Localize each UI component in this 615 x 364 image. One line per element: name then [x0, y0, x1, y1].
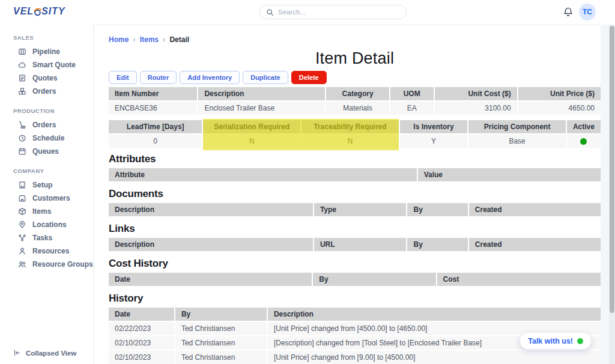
sidebar-item-production-orders[interactable]: Orders [0, 118, 93, 132]
logo-text-post: SITY [41, 6, 65, 17]
router-button[interactable]: Router [140, 71, 177, 84]
sidebar-item-locations[interactable]: Locations [0, 218, 93, 231]
history-by-cell: Ted Christiansen [174, 322, 267, 336]
resources-icon [18, 247, 26, 255]
links-section-title: Links [109, 223, 601, 235]
scrollbar-track[interactable] [609, 25, 615, 364]
item-detail-table-wrap: LeadTime [Days] Serialization Required T… [109, 120, 601, 148]
sidebar-item-quotes[interactable]: Quotes [0, 71, 93, 85]
table-header-row: Description URL By Created [109, 238, 601, 252]
duplicate-button[interactable]: Duplicate [243, 71, 288, 84]
column-header: Type [313, 203, 407, 217]
table-row: ENCBASE36 Enclosed Trailer Base Material… [109, 102, 601, 115]
sidebar-item-pipeline[interactable]: Pipeline [0, 45, 93, 58]
description-cell: Enclosed Trailer Base [197, 102, 325, 115]
column-header: Created [468, 203, 601, 217]
sidebar-item-label: Pipeline [32, 47, 60, 56]
edit-button[interactable]: Edit [109, 71, 137, 84]
sidebar-item-tasks[interactable]: Tasks [0, 231, 93, 244]
delete-button[interactable]: Delete [291, 71, 327, 84]
column-header: Description [109, 238, 313, 252]
column-header: Description [267, 308, 601, 322]
attributes-table: Attribute Value [109, 168, 601, 183]
column-header: URL [313, 238, 407, 252]
queues-icon [18, 147, 26, 156]
item-detail-table: LeadTime [Days] Serialization Required T… [109, 120, 601, 148]
sidebar-section-company: COMPANY [13, 168, 93, 174]
chat-widget-button[interactable]: Talk with us! [520, 332, 592, 350]
sidebar-item-label: Orders [32, 87, 56, 96]
search-icon [266, 8, 274, 16]
sidebar-item-resources[interactable]: Resources [0, 244, 93, 258]
user-avatar[interactable]: TC [579, 4, 596, 20]
sidebar-item-queues[interactable]: Queues [0, 145, 93, 158]
sidebar-item-label: Smart Quote [32, 61, 76, 69]
unit-cost-cell: 3100.00 [434, 102, 517, 115]
history-by-cell: Ted Christiansen [174, 351, 267, 364]
global-search [259, 5, 407, 19]
column-header: Attribute [109, 168, 417, 183]
table-header-row: Description Type By Created [109, 203, 601, 217]
documents-section-title: Documents [109, 188, 601, 200]
tasks-icon [18, 234, 26, 242]
sidebar-item-label: Resource Groups [32, 260, 93, 268]
history-section-title: History [109, 293, 601, 305]
column-header: By [406, 238, 467, 252]
setup-icon [18, 181, 26, 189]
table-row: 02/10/2023 Ted Christiansen [Unit Price]… [109, 351, 601, 364]
notifications-bell-icon[interactable] [563, 7, 574, 17]
serialization-cell: N [202, 135, 300, 148]
item-number-cell: ENCBASE36 [109, 102, 197, 115]
active-cell [566, 135, 601, 148]
sidebar-item-resource-groups[interactable]: Resource Groups [0, 258, 93, 271]
quotes-icon [18, 74, 26, 82]
unit-price-cell: 4650.00 [517, 102, 601, 115]
history-description-cell: [Unit Price] changed from [9.00] to [450… [267, 351, 601, 364]
breadcrumb-home-link[interactable]: Home [109, 35, 129, 44]
column-header: Created [468, 238, 601, 252]
add-inventory-button[interactable]: Add Inventory [180, 71, 240, 84]
cost-history-table: Date By Cost [109, 273, 601, 287]
table-header-row: Date By Cost [109, 273, 601, 287]
collapse-sidebar-button[interactable]: Collapsed View [13, 349, 76, 357]
history-date-cell: 02/10/2023 [109, 351, 174, 364]
sidebar-item-sales-orders[interactable]: Orders [0, 85, 93, 98]
pricing-component-cell: Base [467, 135, 566, 148]
sidebar-item-label: Items [32, 207, 51, 216]
category-cell: Materials [325, 102, 389, 115]
table-header-row: Attribute Value [109, 168, 601, 183]
breadcrumb: Home › Items › Detail [109, 35, 601, 44]
breadcrumb-current: Detail [169, 35, 189, 44]
breadcrumb-items-link[interactable]: Items [140, 35, 159, 44]
collapse-label: Collapsed View [26, 350, 76, 357]
column-header: Date [109, 273, 312, 287]
pipeline-icon [18, 47, 26, 56]
history-date-cell: 02/10/2023 [109, 336, 174, 351]
attributes-section-title: Attributes [109, 153, 601, 165]
production-orders-icon [18, 121, 26, 129]
customers-icon [18, 194, 26, 202]
column-header: Traceability Required [300, 120, 399, 135]
page-title: Item Detail [109, 49, 601, 68]
traceability-cell: N [300, 135, 399, 148]
column-header: Pricing Component [467, 120, 566, 135]
sidebar-item-schedule[interactable]: Schedule [0, 132, 93, 145]
sidebar-item-customers[interactable]: Customers [0, 192, 93, 205]
sidebar-item-items[interactable]: Items [0, 205, 93, 218]
table-header-row: LeadTime [Days] Serialization Required T… [109, 120, 601, 135]
sidebar-item-label: Quotes [32, 74, 57, 82]
column-header: Cost [436, 273, 601, 287]
sidebar-item-label: Orders [32, 121, 56, 129]
scrollbar-thumb[interactable] [610, 26, 614, 313]
sidebar-section-sales: SALES [13, 34, 93, 41]
velosity-logo[interactable]: VEL SITY [13, 6, 65, 17]
sidebar-section-production: PRODUCTION [13, 108, 93, 114]
top-bar: VEL SITY TC [0, 0, 615, 25]
collapse-icon [13, 349, 21, 357]
sidebar-item-setup[interactable]: Setup [0, 178, 93, 192]
sidebar-item-smart-quote[interactable]: Smart Quote [0, 58, 93, 71]
column-header: Unit Price ($) [517, 87, 601, 102]
sidebar-item-label: Queues [32, 147, 59, 156]
search-input[interactable] [278, 8, 400, 16]
breadcrumb-separator: › [163, 35, 165, 44]
